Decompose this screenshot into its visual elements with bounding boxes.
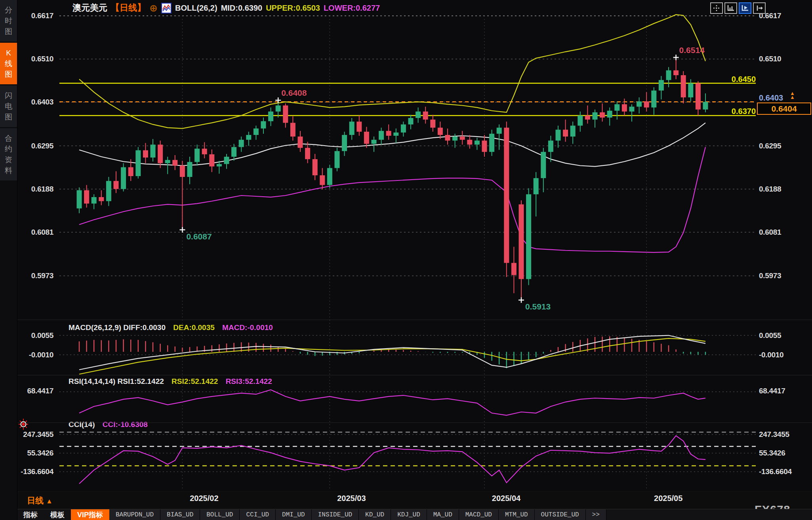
bottom-tab-11[interactable]: MA_UD [427, 509, 459, 520]
chart-toolbar [710, 2, 766, 14]
chart-thumbnail-icon[interactable] [161, 3, 172, 13]
period-dropdown-arrow: ▲ [46, 497, 53, 505]
bottom-tab-0[interactable]: 指标 [17, 509, 44, 520]
bottom-tab-5[interactable]: BOLL_UD [200, 509, 240, 520]
bottom-tab-9[interactable]: KD_UD [359, 509, 391, 520]
boll-mid-value: MID:0.6390 [221, 4, 263, 13]
bottom-tab-3[interactable]: BARUPDN_UD [109, 509, 160, 520]
period-badge[interactable]: 【日线】 [111, 2, 146, 14]
boll-name: BOLL(26,2) [175, 4, 217, 13]
boll-lower-value: LOWER:0.6277 [324, 4, 380, 13]
indicator-tab-bar: 指标模板VIP指标BARUPDN_UDBIAS_UDBOLL_UDCCI_UDD… [17, 509, 812, 520]
sidebar-item-0[interactable]: 分时图 [0, 0, 17, 42]
axis-scale-button[interactable] [724, 2, 737, 14]
alert-blinker-icon[interactable] [17, 418, 29, 432]
bottom-tab-1[interactable]: 模板 [44, 509, 71, 520]
sidebar-item-2[interactable]: 闪电图 [0, 85, 17, 127]
period-selector-label: 日线 [27, 496, 44, 505]
bottom-tab-12[interactable]: MACD_UD [459, 509, 499, 520]
sidebar-item-3[interactable]: 合约资料 [0, 128, 17, 180]
chart-type-sidebar: 分时图K线图闪电图合约资料 [0, 0, 17, 520]
bottom-tab-4[interactable]: BIAS_UD [160, 509, 200, 520]
bottom-tab-14[interactable]: OUTSIDE_UD [535, 509, 586, 520]
sidebar-item-1[interactable]: K线图 [0, 43, 17, 84]
boll-upper-value: UPPER:0.6503 [266, 4, 320, 13]
candlestick-chart-canvas[interactable] [0, 0, 812, 520]
bottom-tab-10[interactable]: KDJ_UD [391, 509, 427, 520]
add-indicator-icon[interactable]: ⊕ [149, 4, 158, 12]
bottom-tab-15[interactable]: >> [586, 509, 606, 520]
bottom-tab-7[interactable]: DMI_UD [276, 509, 312, 520]
symbol-name: 澳元美元 [72, 2, 107, 14]
bottom-tab-6[interactable]: CCI_UD [240, 509, 276, 520]
period-selector[interactable]: 日线▲ [27, 495, 53, 506]
time-axis-row [17, 492, 812, 509]
pan-right-button[interactable] [753, 2, 766, 14]
bottom-tab-2[interactable]: VIP指标 [71, 509, 109, 520]
crosshair-tool-button[interactable] [710, 2, 723, 14]
bottom-tab-8[interactable]: INSIDE_UD [312, 509, 359, 520]
auto-play-button[interactable] [739, 2, 751, 14]
trading-app-window: 0.66170.66170.65100.65100.64030.62950.62… [0, 0, 812, 520]
chart-header: 澳元美元 【日线】 ⊕ BOLL(26,2) MID:0.6390 UPPER:… [72, 2, 380, 13]
bottom-tab-13[interactable]: MTM_UD [499, 509, 535, 520]
